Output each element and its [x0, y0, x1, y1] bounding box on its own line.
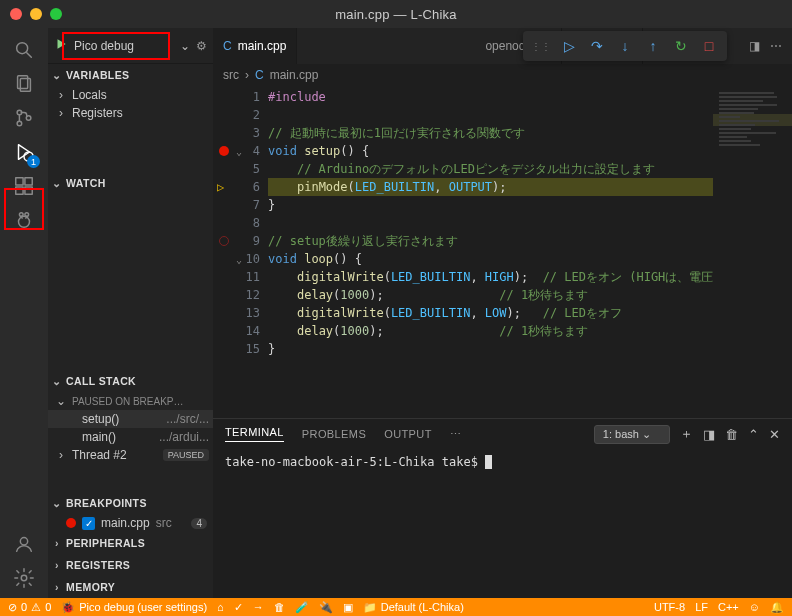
breakpoint-row[interactable]: ✓ main.cpp src 4 — [48, 514, 213, 532]
svg-rect-11 — [25, 187, 32, 194]
panel-tab-problems[interactable]: Problems — [302, 428, 366, 440]
gutter[interactable]: 123⌄45▷6789⌄101112131415 — [213, 86, 268, 418]
watch-section[interactable]: ⌄Watch — [48, 172, 213, 194]
accounts-icon[interactable] — [10, 530, 38, 558]
svg-rect-10 — [16, 187, 23, 194]
step-into-icon[interactable]: ↓ — [615, 36, 635, 56]
more-actions-icon[interactable]: ⋯ — [770, 39, 782, 53]
pio-upload-icon[interactable]: → — [253, 601, 264, 613]
pio-home-icon[interactable]: ⌂ — [217, 601, 224, 613]
callstack-state[interactable]: ⌄Paused on breakp… — [48, 392, 213, 410]
svg-rect-8 — [16, 178, 23, 185]
svg-point-0 — [17, 43, 28, 54]
stack-frame[interactable]: main().../ardui... — [48, 428, 213, 446]
panel-tab-more[interactable]: ⋯ — [450, 428, 461, 441]
callstack-section[interactable]: ⌄Call Stack — [48, 370, 213, 392]
pio-clean-icon[interactable]: 🗑 — [274, 601, 285, 613]
activity-bar: 1 — [0, 28, 48, 598]
explorer-view-icon[interactable] — [10, 70, 38, 98]
stop-icon[interactable]: □ — [699, 36, 719, 56]
run-debug-view-icon[interactable]: 1 — [10, 138, 38, 166]
restart-icon[interactable]: ↻ — [671, 36, 691, 56]
debug-badge: 1 — [27, 155, 40, 168]
window-title: main.cpp — L-Chika — [0, 7, 792, 22]
breadcrumb[interactable]: src› C main.cpp — [213, 64, 792, 86]
breakpoints-section[interactable]: ⌄Breakpoints — [48, 492, 213, 514]
extensions-view-icon[interactable] — [10, 172, 38, 200]
panel-tab-terminal[interactable]: Terminal — [225, 426, 284, 442]
svg-line-1 — [27, 53, 32, 58]
pio-env[interactable]: 📁 Default (L-Chika) — [363, 601, 464, 614]
status-errors[interactable]: ⊘ 0 ⚠ 0 — [8, 601, 51, 614]
registers2-section[interactable]: ›Registers — [48, 554, 213, 576]
close-panel-icon[interactable]: ✕ — [769, 427, 780, 442]
svg-line-15 — [21, 216, 22, 218]
minimap[interactable] — [713, 86, 792, 418]
platformio-view-icon[interactable] — [10, 206, 38, 234]
tab-bar: Cmain.cpp openocd.cfg ⚙Settings ◨ ⋯ ⋮⋮ ▷… — [213, 28, 792, 64]
tab-main-cpp[interactable]: Cmain.cpp — [213, 28, 297, 64]
close-window[interactable] — [10, 8, 22, 20]
peripherals-section[interactable]: ›Peripherals — [48, 532, 213, 554]
config-dropdown-icon[interactable]: ⌄ — [180, 39, 190, 53]
thread-item[interactable]: ›Thread #2PAUSED — [48, 446, 213, 464]
panel-tab-output[interactable]: Output — [384, 428, 432, 440]
svg-rect-9 — [25, 178, 32, 185]
window-controls[interactable] — [10, 8, 62, 20]
svg-point-18 — [21, 575, 27, 581]
status-eol[interactable]: LF — [695, 601, 708, 613]
svg-rect-2 — [18, 76, 28, 89]
drag-handle-icon[interactable]: ⋮⋮ — [531, 41, 551, 52]
split-editor-icon[interactable]: ◨ — [749, 39, 760, 53]
code-editor[interactable]: 123⌄45▷6789⌄101112131415 #include // 起動時… — [213, 86, 792, 418]
code-content[interactable]: #include // 起動時に最初に1回だけ実行される関数ですvoid set… — [268, 86, 713, 418]
debug-sidebar: Pico debug ⌄ ⚙ ⌄Variables ›Locals ›Regis… — [48, 28, 213, 598]
terminal-body[interactable]: take-no-macbook-air-5:L-Chika take$ — [213, 449, 792, 598]
continue-icon[interactable]: ▷ — [559, 36, 579, 56]
kill-terminal-icon[interactable]: 🗑 — [725, 427, 738, 442]
source-control-view-icon[interactable] — [10, 104, 38, 132]
cpp-file-icon: C — [223, 39, 232, 53]
svg-point-12 — [19, 216, 30, 227]
debug-config-bar: Pico debug ⌄ ⚙ — [48, 28, 213, 64]
stack-frame[interactable]: setup().../src/... — [48, 410, 213, 428]
step-over-icon[interactable]: ↷ — [587, 36, 607, 56]
terminal-selector[interactable]: 1: bash ⌄ — [594, 425, 670, 444]
status-encoding[interactable]: UTF-8 — [654, 601, 685, 613]
pio-build-icon[interactable]: ✓ — [234, 601, 243, 614]
settings-gear-icon[interactable] — [10, 564, 38, 592]
pio-monitor-icon[interactable]: 🔌 — [319, 601, 333, 614]
status-bar: ⊘ 0 ⚠ 0 🐞 Pico debug (user settings) ⌂ ✓… — [0, 598, 792, 616]
maximize-panel-icon[interactable]: ⌃ — [748, 427, 759, 442]
pio-terminal-icon[interactable]: ▣ — [343, 601, 353, 614]
breakpoint-dot-icon — [66, 518, 76, 528]
titlebar: main.cpp — L-Chika — [0, 0, 792, 28]
step-out-icon[interactable]: ↑ — [643, 36, 663, 56]
svg-rect-3 — [20, 79, 30, 92]
split-terminal-icon[interactable]: ◨ — [703, 427, 715, 442]
panel: Terminal Problems Output ⋯ 1: bash ⌄ ＋ ◨… — [213, 418, 792, 598]
status-lang[interactable]: C++ — [718, 601, 739, 613]
new-terminal-icon[interactable]: ＋ — [680, 425, 693, 443]
zoom-window[interactable] — [50, 8, 62, 20]
start-debug-icon[interactable] — [54, 37, 68, 54]
minimize-window[interactable] — [30, 8, 42, 20]
svg-point-17 — [20, 538, 27, 545]
panel-tabs: Terminal Problems Output ⋯ 1: bash ⌄ ＋ ◨… — [213, 419, 792, 449]
status-debug-config[interactable]: 🐞 Pico debug (user settings) — [61, 601, 207, 614]
memory-section[interactable]: ›Memory — [48, 576, 213, 598]
status-feedback-icon[interactable]: ☺ — [749, 601, 760, 613]
search-view-icon[interactable] — [10, 36, 38, 64]
terminal-cursor — [485, 455, 492, 469]
pio-test-icon[interactable]: 🧪 — [295, 601, 309, 614]
locals-item[interactable]: ›Locals — [48, 86, 213, 104]
debug-settings-icon[interactable]: ⚙ — [196, 39, 207, 53]
registers-item[interactable]: ›Registers — [48, 104, 213, 122]
status-bell-icon[interactable]: 🔔 — [770, 601, 784, 614]
variables-section[interactable]: ⌄Variables — [48, 64, 213, 86]
debug-config-name[interactable]: Pico debug — [74, 39, 174, 53]
breakpoint-checkbox[interactable]: ✓ — [82, 517, 95, 530]
debug-toolbar[interactable]: ⋮⋮ ▷ ↷ ↓ ↑ ↻ □ — [523, 31, 727, 61]
cpp-file-icon: C — [255, 68, 264, 82]
svg-line-16 — [26, 216, 27, 218]
